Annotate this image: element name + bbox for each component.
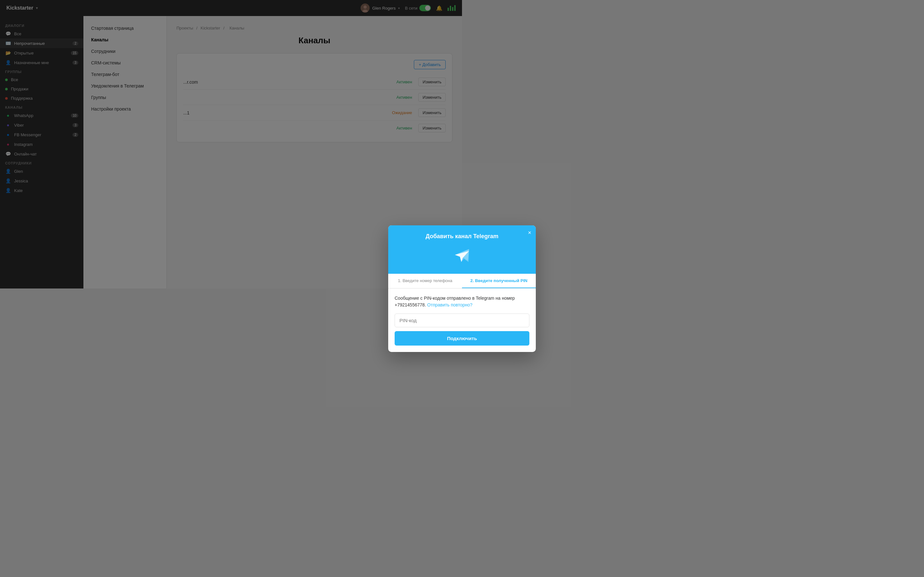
modal-overlay[interactable]: Добавить канал Telegram × 1. Введите ном… [0, 0, 462, 288]
telegram-modal: Добавить канал Telegram × 1. Введите ном… [388, 226, 462, 289]
modal-tabs: 1. Введите номер телефона 2. Введите пол… [388, 274, 462, 288]
tab-phone[interactable]: 1. Введите номер телефона [388, 274, 462, 288]
modal-body: Сообщение с PIN-кодом отправлено в Teleg… [388, 288, 462, 289]
telegram-icon [451, 245, 462, 269]
modal-title: Добавить канал Telegram [425, 233, 462, 240]
modal-header: Добавить канал Telegram × [388, 226, 462, 274]
